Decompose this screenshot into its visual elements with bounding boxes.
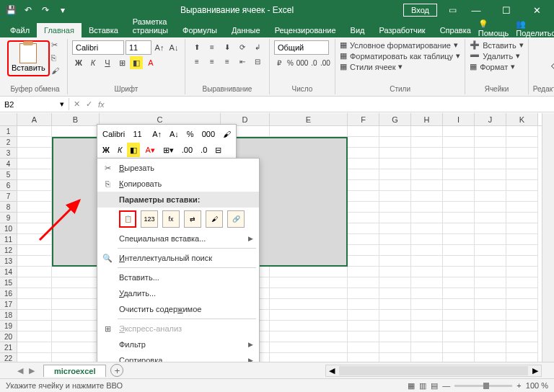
align-top-icon[interactable]: ⬆ [190,40,204,53]
cell[interactable] [475,299,506,310]
cell[interactable] [411,159,443,169]
cell[interactable] [506,299,538,310]
format-painter-icon[interactable]: 🖌 [51,66,63,76]
cell[interactable] [443,310,475,321]
cell[interactable] [443,267,475,277]
cell[interactable] [348,223,379,234]
cell[interactable] [348,245,379,256]
cell[interactable] [443,148,475,159]
ctx-delete[interactable]: Удалить... [97,285,259,301]
cell[interactable] [443,353,475,362]
cell[interactable] [270,331,348,342]
paste-option-transpose[interactable]: ⇄ [184,210,201,228]
tab-data[interactable]: Данные [224,23,268,37]
name-box[interactable]: B2▾ [0,98,69,110]
cell[interactable] [443,180,475,191]
cell[interactable] [443,191,475,202]
cell[interactable] [348,213,379,223]
cell[interactable] [17,159,52,169]
tab-insert[interactable]: Вставка [82,23,126,37]
minimize-button[interactable]: — [462,0,491,20]
cell[interactable] [506,180,538,191]
merge-icon[interactable]: ⊟ [250,55,265,68]
cell[interactable] [475,137,506,148]
wrap-text-icon[interactable]: ↲ [250,40,265,53]
cell[interactable] [17,288,52,299]
mini-fill-color[interactable]: ◧ [127,143,140,157]
row-header[interactable]: 7 [0,191,17,202]
cell[interactable] [379,353,411,362]
cell[interactable] [443,245,475,256]
cell[interactable] [411,180,443,191]
horizontal-scrollbar[interactable]: ◀▶ [325,365,542,377]
row-header[interactable]: 17 [0,299,17,310]
cell[interactable] [475,148,506,159]
ctx-insert[interactable]: Вставить... [97,270,259,285]
col-header[interactable]: K [506,113,538,125]
select-all-corner[interactable] [0,113,17,125]
border-button[interactable]: ⊞ [115,56,128,69]
cancel-icon[interactable]: ✕ [74,99,80,109]
zoom-slider[interactable] [454,385,512,387]
cell[interactable] [443,321,475,331]
mini-format-painter-icon[interactable]: 🖌 [220,127,234,141]
cell[interactable] [506,223,538,234]
view-break-icon[interactable]: ▤ [431,381,438,391]
cell[interactable] [348,288,379,299]
cell[interactable] [506,137,538,148]
cell[interactable] [443,202,475,213]
cell[interactable] [270,342,348,353]
cell[interactable] [348,331,379,342]
tell-me[interactable]: 💡 Помощь [478,19,509,37]
row-header[interactable]: 9 [0,213,17,223]
share-button[interactable]: 👥 Поделиться [516,19,554,37]
cell[interactable] [506,234,538,245]
cell[interactable] [411,223,443,234]
cell[interactable] [411,277,443,288]
row-header[interactable]: 21 [0,342,17,353]
cell[interactable] [379,342,411,353]
cell[interactable] [475,234,506,245]
cell[interactable] [348,126,379,137]
cell[interactable] [348,353,379,362]
clear-icon[interactable]: ⌫ ▾ [551,62,554,71]
bold-button[interactable]: Ж [72,56,85,69]
row-header[interactable]: 13 [0,256,17,267]
fx-icon[interactable]: fx [98,100,105,109]
worksheet-grid[interactable]: A B C D E F G H I J K 123456789101112131… [0,113,542,362]
mini-font-size[interactable]: 11 [130,127,147,141]
cell[interactable] [443,213,475,223]
cell[interactable] [506,169,538,180]
cell[interactable] [506,331,538,342]
cell[interactable] [443,169,475,180]
cell[interactable] [443,137,475,148]
cell[interactable] [270,126,348,137]
cell[interactable] [443,342,475,353]
ctx-clear[interactable]: Очистить содержимое [97,301,259,317]
cell[interactable] [17,126,52,137]
paste-option-all[interactable]: 📋 [119,210,136,228]
cell[interactable] [348,277,379,288]
cell-styles[interactable]: ▦ Стили ячеек▾ [340,62,460,71]
paste-option-formulas[interactable]: fx [162,210,180,228]
cell[interactable] [411,245,443,256]
col-header[interactable]: G [379,113,411,125]
col-header[interactable]: A [17,113,52,125]
cell[interactable] [17,169,52,180]
row-header[interactable]: 8 [0,202,17,213]
mini-bold[interactable]: Ж [100,143,113,157]
row-header[interactable]: 3 [0,148,17,159]
italic-button[interactable]: К [87,56,100,69]
col-header[interactable]: B [52,113,100,125]
align-left-icon[interactable]: ≡ [190,55,204,68]
cell[interactable] [475,256,506,267]
delete-cells[interactable]: ➖ Удалить▾ [470,51,524,61]
sheet-tab[interactable]: microexcel [43,365,106,377]
cell[interactable] [443,159,475,169]
cell[interactable] [17,256,52,267]
cell[interactable] [348,202,379,213]
cell[interactable] [506,288,538,299]
ctx-filter[interactable]: Фильтр▶ [97,337,259,352]
cell[interactable] [506,321,538,331]
cell[interactable] [506,148,538,159]
